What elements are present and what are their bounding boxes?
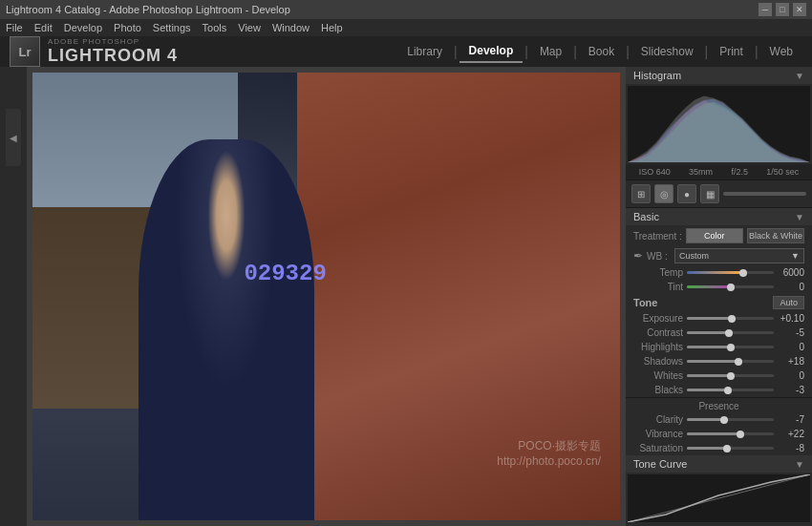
menu-edit[interactable]: Edit (34, 22, 53, 33)
color-button[interactable]: Color (686, 228, 743, 243)
saturation-track[interactable] (687, 447, 774, 450)
clarity-thumb[interactable] (720, 416, 728, 424)
tint-thumb[interactable] (727, 284, 735, 291)
basic-label: Basic (633, 211, 659, 222)
close-button[interactable]: ✕ (793, 3, 806, 16)
menu-file[interactable]: File (6, 22, 23, 33)
blacks-row: Blacks -3 (626, 383, 812, 397)
vibrance-thumb[interactable] (737, 431, 744, 438)
blacks-track[interactable] (687, 389, 774, 391)
temp-row: Temp 6000 (626, 265, 812, 280)
highlights-value: 0 (778, 342, 804, 352)
contrast-thumb[interactable] (725, 329, 733, 337)
maximize-button[interactable]: □ (776, 3, 789, 16)
watermark: POCO·摄影专题 http://photo.poco.cn/ (497, 438, 601, 468)
tool-slider[interactable] (723, 192, 806, 196)
right-panel: Histogram ▼ ISO 640 35mm (626, 67, 812, 526)
lr-badge: Lr (10, 36, 40, 67)
wb-label: WB : (647, 251, 671, 262)
highlights-track[interactable] (687, 346, 774, 348)
menu-view[interactable]: View (238, 22, 261, 33)
shadows-track[interactable] (687, 360, 774, 363)
exposure-thumb[interactable] (728, 315, 736, 323)
shadows-value: +18 (778, 356, 804, 367)
menu-develop[interactable]: Develop (64, 22, 102, 33)
exposure-track[interactable] (687, 317, 774, 320)
menu-photo[interactable]: Photo (114, 22, 141, 33)
tab-print[interactable]: Print (710, 41, 753, 62)
iso-value: ISO 640 (639, 167, 671, 177)
saturation-row: Saturation -8 (626, 441, 812, 455)
photo-container: 029329 POCO·摄影专题 http://photo.poco.cn/ (32, 73, 620, 520)
exposure-value: +0.10 (778, 313, 804, 324)
tint-label: Tint (633, 282, 683, 292)
contrast-track[interactable] (687, 331, 774, 334)
tab-web[interactable]: Web (760, 41, 802, 62)
temp-thumb[interactable] (739, 269, 747, 277)
tab-map[interactable]: Map (530, 41, 571, 62)
blacks-thumb[interactable] (724, 387, 732, 394)
whites-track[interactable] (687, 374, 774, 377)
vibrance-row: Vibrance +22 (626, 427, 812, 441)
clarity-track[interactable] (687, 418, 774, 421)
treatment-row: Treatment : Color Black & White (626, 225, 812, 246)
menu-window[interactable]: Window (272, 22, 310, 33)
clarity-row: Clarity -7 (626, 412, 812, 427)
blacks-value: -3 (778, 385, 804, 395)
bw-button[interactable]: Black & White (747, 228, 804, 243)
tool-row: ⊞ ◎ ● ▦ (626, 180, 812, 208)
adobe-label: ADOBE PHOTOSHOP (48, 37, 178, 46)
tone-curve-header[interactable]: Tone Curve ▼ (626, 455, 812, 473)
tab-book[interactable]: Book (579, 41, 624, 62)
histogram-chevron: ▼ (795, 71, 804, 81)
lr-title: LIGHTROOM 4 (48, 46, 178, 66)
blacks-label: Blacks (633, 385, 683, 395)
histogram-chart (628, 86, 810, 162)
redeye-tool[interactable]: ● (677, 184, 696, 203)
aperture-value: f/2.5 (731, 167, 748, 177)
crop-tool[interactable]: ⊞ (631, 184, 651, 203)
temp-label: Temp (633, 267, 683, 278)
treatment-label: Treatment : (633, 231, 682, 242)
auto-button[interactable]: Auto (773, 296, 804, 309)
eyedropper-icon[interactable]: ✒ (633, 249, 643, 263)
shadows-row: Shadows +18 (626, 354, 812, 368)
photo-image: 029329 POCO·摄影专题 http://photo.poco.cn/ (32, 73, 620, 520)
tab-library[interactable]: Library (397, 41, 452, 62)
tint-value: 0 (778, 282, 804, 292)
exposure-label: Exposure (633, 313, 683, 324)
gradient-tool[interactable]: ▦ (700, 184, 719, 203)
shadows-thumb[interactable] (735, 358, 742, 366)
tint-track[interactable] (687, 285, 774, 288)
tone-curve-label: Tone Curve (633, 458, 687, 470)
whites-row: Whites 0 (626, 368, 812, 383)
whites-thumb[interactable] (727, 372, 735, 380)
contrast-label: Contrast (633, 327, 683, 338)
basic-chevron: ▼ (795, 212, 804, 222)
minimize-button[interactable]: ─ (759, 3, 772, 16)
svg-line-0 (628, 474, 810, 522)
vibrance-track[interactable] (687, 432, 774, 435)
temp-value: 6000 (778, 267, 804, 278)
tone-curve-preview (628, 474, 810, 522)
tab-develop[interactable]: Develop (459, 40, 524, 63)
left-panel-toggle[interactable]: ◀ (6, 109, 21, 166)
spot-heal-tool[interactable]: ◎ (654, 184, 673, 203)
tab-slideshow[interactable]: Slideshow (631, 41, 703, 62)
whites-value: 0 (778, 370, 804, 381)
titlebar: Lightroom 4 Catalog - Adobe Photoshop Li… (0, 0, 812, 19)
clarity-value: -7 (778, 414, 804, 425)
highlights-thumb[interactable] (727, 344, 735, 351)
watermark-line2: http://photo.poco.cn/ (497, 454, 601, 468)
wb-select[interactable]: Custom ▼ (674, 248, 804, 263)
menu-settings[interactable]: Settings (153, 22, 191, 33)
saturation-value: -8 (778, 443, 804, 453)
presence-label: Presence (626, 397, 812, 412)
tone-auto-row: Tone Auto (626, 294, 812, 311)
saturation-thumb[interactable] (723, 445, 731, 452)
menu-help[interactable]: Help (321, 22, 343, 33)
histogram-header[interactable]: Histogram ▼ (626, 67, 812, 84)
menu-tools[interactable]: Tools (203, 22, 227, 33)
temp-track[interactable] (687, 271, 774, 274)
basic-header[interactable]: Basic ▼ (626, 208, 812, 225)
